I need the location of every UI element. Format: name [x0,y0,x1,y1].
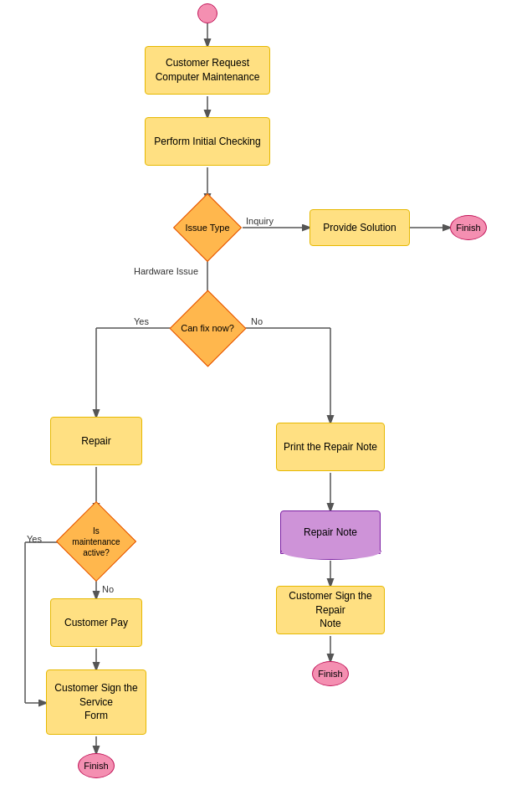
issue-type-diamond: Issue Type [174,201,241,254]
request-node: Customer Request Computer Maintenance [145,46,270,95]
repair-note-node: Repair Note [280,510,381,554]
no2-label: No [102,584,114,594]
finish-top-node: Finish [450,215,487,240]
inquiry-label: Inquiry [246,216,274,226]
flowchart: Customer Request Computer Maintenance Pe… [0,0,532,795]
yes1-label: Yes [134,316,149,326]
hardware-issue-label: Hardware Issue [134,266,198,276]
print-repair-note-node: Print the Repair Note [276,423,385,471]
customer-pay-node: Customer Pay [50,598,142,647]
repair-node: Repair [50,417,142,465]
can-fix-diamond: Can fix now? [170,299,245,357]
customer-sign-service-node: Customer Sign the Service Form [46,669,146,735]
start-node [197,3,217,23]
no1-label: No [251,316,263,326]
provide-solution-node: Provide Solution [309,209,410,246]
yes2-label: Yes [27,534,42,544]
initial-check-node: Perform Initial Checking [145,117,270,166]
finish-right-node: Finish [312,661,349,686]
customer-sign-repair-node: Customer Sign the Repair Note [276,586,385,634]
maintenance-diamond: Is maintenance active? [59,509,134,574]
finish-bottom-node: Finish [78,753,115,778]
